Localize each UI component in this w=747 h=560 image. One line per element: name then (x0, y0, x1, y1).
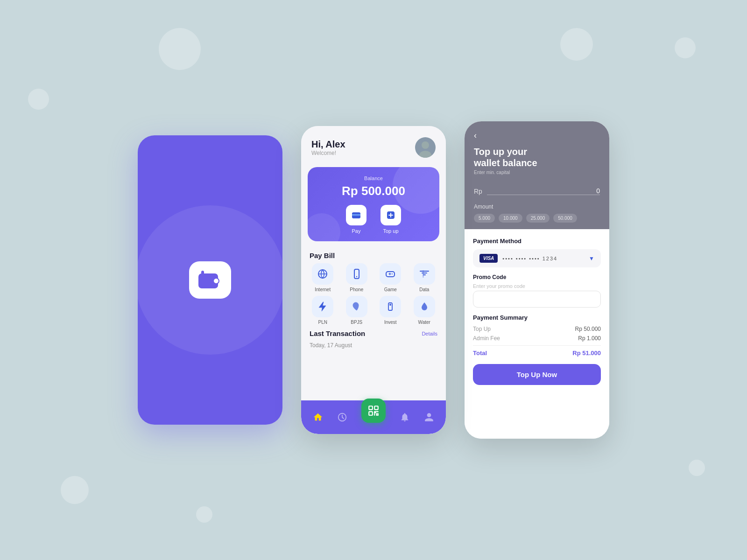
svg-point-2 (213, 278, 219, 284)
nav-profile[interactable] (424, 412, 434, 422)
details-link[interactable]: Details (422, 331, 437, 336)
bill-item-data[interactable]: Data (409, 263, 440, 292)
invest-icon (380, 296, 401, 317)
internet-label: Internet (315, 287, 331, 292)
svg-point-11 (356, 276, 357, 277)
visa-badge: VISA (479, 254, 498, 263)
greeting-block: Hi, Alex Welcome! (311, 139, 345, 156)
pay-button[interactable]: Pay (346, 205, 366, 234)
promo-input[interactable] (473, 291, 601, 308)
greeting-name: Hi, Alex (311, 139, 345, 150)
amount-chips: 5.000 10.000 25.000 50.000 (465, 210, 609, 229)
amount-input[interactable] (487, 187, 600, 195)
greeting-sub: Welcome! (311, 150, 345, 156)
nav-history[interactable] (337, 412, 347, 422)
topup-now-button[interactable]: Top Up Now (473, 364, 601, 385)
balance-label: Balance (317, 175, 430, 181)
data-icon (414, 263, 435, 285)
card-selector[interactable]: VISA •••• •••• •••• 1234 ▼ (473, 249, 601, 267)
pay-icon (346, 205, 366, 225)
bill-item-bpjs[interactable]: BPJS (342, 296, 372, 325)
bill-item-pln[interactable]: PLN (308, 296, 338, 325)
pln-icon (312, 296, 333, 317)
topup-icon (381, 205, 401, 225)
phone-home: Hi, Alex Welcome! Balance Rp 500.000 (301, 126, 446, 434)
invest-label: Invest (384, 320, 397, 325)
payment-panel: Payment Method VISA •••• •••• •••• 1234 … (465, 229, 609, 439)
tx-date: Today, 17 August (301, 340, 446, 350)
phone-splash (138, 135, 282, 425)
topup-button[interactable]: Top up (381, 205, 401, 234)
card-dots: •••• •••• •••• 1234 (502, 256, 557, 261)
chip-5000[interactable]: 5.000 (474, 214, 495, 223)
balance-card: Balance Rp 500.000 Pay (308, 167, 439, 241)
total-row-value: Rp 51.000 (572, 350, 601, 357)
rp-prefix: Rp (474, 188, 482, 195)
svg-rect-1 (201, 271, 204, 280)
svg-rect-20 (369, 412, 373, 415)
water-label: Water (418, 320, 430, 325)
topup-label: Top up (383, 228, 398, 234)
amount-label: Amount (465, 201, 609, 210)
promo-placeholder-text: Enter your promo code (473, 283, 601, 289)
admin-row-value: Rp 1.000 (578, 335, 601, 342)
chip-25000[interactable]: 25.000 (526, 214, 550, 223)
chip-50000[interactable]: 50.000 (553, 214, 577, 223)
bill-item-water[interactable]: Water (409, 296, 440, 325)
card-dropdown-arrow[interactable]: ▼ (589, 255, 594, 262)
svg-rect-18 (369, 406, 373, 410)
topup-row-value: Rp 50.000 (575, 326, 601, 332)
qr-scan-button[interactable] (361, 399, 386, 423)
last-tx-header: Last Transaction Details (301, 325, 446, 340)
summary-row-topup: Top Up Rp 50.000 (473, 326, 601, 332)
admin-row-label: Admin Fee (473, 335, 500, 342)
bpjs-label: BPJS (351, 320, 362, 325)
nav-home[interactable] (313, 412, 323, 422)
svg-rect-14 (423, 270, 424, 278)
chip-10000[interactable]: 10.000 (499, 214, 522, 223)
phone-label: Phone (350, 287, 363, 292)
promo-label: Promo Code (473, 274, 601, 280)
payment-method-title: Payment Method (473, 238, 601, 245)
back-button[interactable]: ‹ (474, 131, 600, 140)
topup-row-label: Top Up (473, 326, 491, 332)
svg-rect-7 (352, 214, 360, 216)
pay-label: Pay (352, 228, 361, 234)
home-header: Hi, Alex Welcome! (301, 126, 446, 162)
wallet-logo (189, 261, 231, 299)
phone-topup: ‹ Top up your wallet balance Enter min. … (465, 121, 609, 439)
summary-row-admin: Admin Fee Rp 1.000 (473, 335, 601, 342)
topup-title-line1: Top up your (474, 146, 600, 157)
svg-point-4 (422, 141, 429, 149)
card-info: VISA •••• •••• •••• 1234 (479, 254, 557, 263)
bottom-nav (301, 400, 446, 434)
game-label: Game (384, 287, 397, 292)
svg-rect-19 (374, 406, 378, 410)
topup-subtitle: Enter min. capital (474, 170, 600, 175)
bpjs-icon (346, 296, 367, 317)
pay-bill-title: Pay Bill (301, 246, 446, 263)
bill-item-game[interactable]: Game (375, 263, 406, 292)
pln-label: PLN (318, 320, 327, 325)
game-icon (380, 263, 401, 285)
svg-point-13 (392, 273, 393, 274)
bill-item-invest[interactable]: Invest (375, 296, 406, 325)
avatar (415, 137, 436, 158)
topup-title-block: Top up your wallet balance Enter min. ca… (474, 146, 600, 175)
topup-header: ‹ Top up your wallet balance Enter min. … (465, 121, 609, 182)
data-label: Data (419, 287, 429, 292)
internet-icon (312, 263, 333, 285)
topup-title-line2: wallet balance (474, 157, 600, 168)
topup-input-row: Rp (465, 182, 609, 201)
svg-point-16 (389, 304, 391, 306)
summary-divider (473, 345, 601, 346)
water-icon (414, 296, 435, 317)
summary-row-total: Total Rp 51.000 (473, 350, 601, 357)
nav-notifications[interactable] (400, 412, 410, 422)
phone-icon (346, 263, 367, 285)
bill-grid: Internet Phone Game Data PLN (301, 263, 446, 325)
last-tx-title: Last Transaction (310, 329, 365, 337)
bill-item-internet[interactable]: Internet (308, 263, 338, 292)
total-row-label: Total (473, 350, 487, 357)
bill-item-phone[interactable]: Phone (342, 263, 372, 292)
